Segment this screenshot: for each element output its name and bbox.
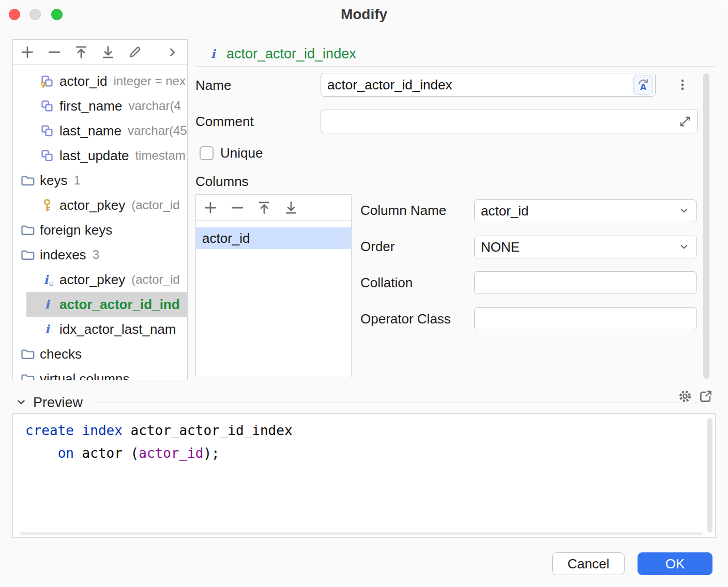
- order-label: Order: [360, 239, 395, 255]
- ok-button[interactable]: OK: [638, 552, 712, 575]
- tree-item-meta: varchar(45: [128, 123, 187, 138]
- columns-list: actor_id: [196, 221, 351, 249]
- open-in-editor-button[interactable]: [698, 389, 714, 404]
- tree-item-first_name[interactable]: first_namevarchar(4: [13, 94, 187, 118]
- svg-text:i: i: [45, 298, 51, 311]
- remove-button[interactable]: [229, 199, 246, 217]
- form-scrollbar[interactable]: [703, 73, 709, 379]
- tree-item-label: actor_id: [59, 73, 108, 89]
- tree-item-label: first_name: [59, 98, 122, 114]
- unique-checkbox[interactable]: [200, 146, 214, 160]
- preview-horizontal-scrollbar[interactable]: [20, 532, 703, 535]
- preview-vertical-scrollbar[interactable]: [707, 418, 712, 533]
- cancel-button[interactable]: Cancel: [552, 552, 625, 575]
- order-select[interactable]: NONE: [474, 236, 697, 258]
- tree-item-foreign-keys[interactable]: foreign keys: [13, 218, 187, 242]
- edit-button[interactable]: [126, 43, 144, 61]
- tree-item-actor_pkey[interactable]: iUactor_pkey(actor_id: [13, 267, 187, 292]
- chevron-right-button[interactable]: [164, 43, 181, 61]
- code-token: actor_actor_id_index: [123, 423, 293, 438]
- move-down-button[interactable]: [99, 43, 117, 61]
- move-down-icon: [101, 45, 115, 59]
- code-token: actor_id: [139, 445, 203, 461]
- tree-item-meta: (actor_id: [131, 198, 179, 212]
- comment-input[interactable]: [321, 114, 678, 130]
- expand-icon: [679, 115, 691, 128]
- gear-icon: [678, 389, 692, 404]
- tree-item-actor_pkey[interactable]: actor_pkey(actor_id: [13, 193, 187, 218]
- tree-item-meta: integer = nex: [114, 74, 186, 88]
- move-up-button[interactable]: [72, 43, 90, 61]
- collation-input[interactable]: [481, 275, 690, 291]
- tree-item-label: checks: [40, 346, 82, 362]
- column-name-select[interactable]: actor_id: [474, 199, 697, 222]
- code-token: index: [82, 423, 123, 438]
- remove-button[interactable]: [46, 43, 63, 61]
- edit-icon: [128, 45, 142, 59]
- add-button[interactable]: [19, 43, 36, 61]
- kebab-icon: [676, 78, 689, 91]
- tree-item-last_name[interactable]: last_namevarchar(45: [13, 118, 187, 143]
- tree-item-virtual-columns[interactable]: virtual columns: [13, 366, 187, 380]
- header-separator: [195, 66, 716, 67]
- column-name-label: Column Name: [360, 203, 446, 219]
- add-icon: [203, 200, 218, 215]
- expand-comment-button[interactable]: [678, 114, 692, 129]
- svg-text:i: i: [211, 47, 217, 60]
- column-key-icon: [40, 74, 54, 88]
- tree-item-actor_id[interactable]: actor_idinteger = nex: [13, 69, 187, 94]
- operator-class-label: Operator Class: [360, 311, 451, 327]
- tree-item-meta: (actor_id: [131, 272, 179, 287]
- tree-item-label: last_name: [59, 123, 122, 139]
- svg-text:U: U: [49, 280, 54, 287]
- preview-collapse-toggle[interactable]: [16, 397, 27, 408]
- tree-item-indexes[interactable]: indexes3: [13, 242, 187, 267]
- index-header-title: actor_actor_id_index: [226, 46, 356, 62]
- tree-item-meta: 1: [73, 173, 80, 188]
- name-label: Name: [195, 78, 231, 94]
- preview-header: Preview: [16, 394, 83, 411]
- index-icon: i: [40, 297, 54, 312]
- remove-icon: [47, 45, 62, 59]
- columns-list-item-actor_id[interactable]: actor_id: [196, 227, 351, 249]
- tree-item-keys[interactable]: keys1: [13, 168, 187, 193]
- tree-item-label: keys: [40, 173, 67, 189]
- remove-icon: [230, 200, 245, 215]
- tree-item-last_update[interactable]: last_updatetimestam: [13, 143, 187, 168]
- more-options-button[interactable]: [673, 75, 692, 94]
- name-input[interactable]: [321, 77, 633, 93]
- window-title: Modify: [0, 6, 728, 23]
- operator-class-input[interactable]: [481, 311, 690, 327]
- index-icon: i: [40, 322, 54, 336]
- index-icon: i: [206, 47, 220, 61]
- move-up-icon: [74, 45, 88, 59]
- code-token: on: [58, 445, 74, 461]
- columns-toolbar: [196, 195, 351, 221]
- tree-item-label: actor_pkey: [59, 197, 125, 213]
- chevron-right-icon: [165, 45, 180, 59]
- tree-item-idx_actor_last_nam[interactable]: iidx_actor_last_nam: [13, 317, 187, 342]
- move-down-button[interactable]: [282, 199, 300, 217]
- preview-settings-button[interactable]: [677, 389, 693, 404]
- tree-item-label: last_update: [59, 148, 129, 164]
- tree-toolbar: [13, 40, 187, 65]
- key-icon: [40, 198, 54, 212]
- tree-item-actor_actor_id_ind[interactable]: iactor_actor_id_ind: [13, 292, 187, 317]
- folder-icon: [20, 223, 35, 237]
- column-icon: [40, 148, 54, 163]
- order-value: NONE: [481, 239, 520, 255]
- add-button[interactable]: [202, 199, 219, 217]
- rename-refactor-button[interactable]: A: [633, 75, 653, 95]
- move-up-button[interactable]: [255, 199, 273, 217]
- sql-code: create index actor_actor_id_index on act…: [25, 419, 293, 465]
- code-token: [74, 423, 82, 438]
- collation-label: Collation: [360, 275, 413, 291]
- folder-icon: [20, 372, 35, 380]
- move-up-icon: [257, 200, 271, 215]
- titlebar: Modify: [0, 0, 728, 29]
- tree-item-label: indexes: [40, 247, 86, 263]
- tree-item-checks[interactable]: checks: [13, 342, 187, 366]
- collation-field-wrap: [474, 271, 697, 294]
- folder-icon: [20, 347, 35, 361]
- tree-list: actor_idinteger = nexfirst_namevarchar(4…: [13, 65, 187, 380]
